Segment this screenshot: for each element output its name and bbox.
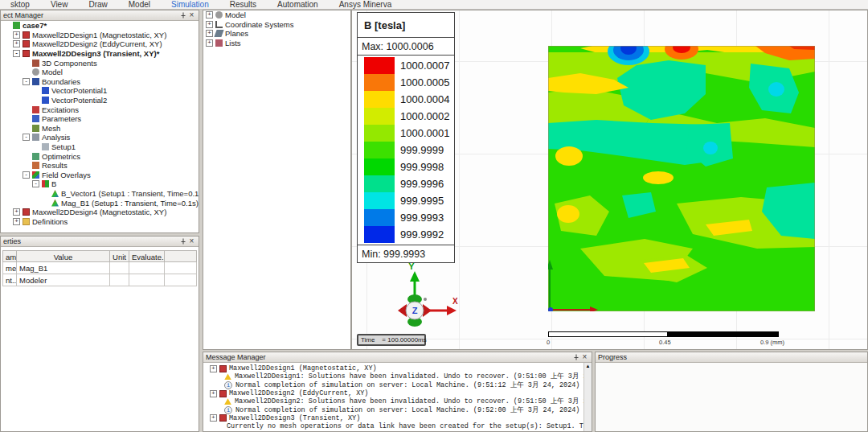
properties-titlebar: erties × xyxy=(1,237,199,247)
model-item-planes[interactable]: +Planes xyxy=(203,29,350,39)
close-icon[interactable]: × xyxy=(580,353,589,362)
pin-icon[interactable] xyxy=(178,237,187,246)
tree-item-maxwell2ddesign4-magnetostatic-xy[interactable]: +Maxwell2DDesign4 (Magnetostatic, XY) xyxy=(1,208,199,217)
property-row[interactable]: meMag_B1 xyxy=(2,262,197,274)
tree-item-excitations[interactable]: Excitations xyxy=(1,105,199,114)
field-legend[interactable]: B [tesla] Max: 1000.0006 1000.00071000.0… xyxy=(357,12,455,263)
menu-item-sktop[interactable]: sktop xyxy=(0,0,40,9)
tree-item-label: Mesh xyxy=(42,124,60,133)
tree-item-field-overlays[interactable]: -Field Overlays xyxy=(1,171,199,180)
tree-item-vectorpotential1[interactable]: VectorPotential1 xyxy=(1,86,199,96)
model-item-lists[interactable]: +Lists xyxy=(203,39,350,48)
message-info[interactable]: iNormal completion of simulation on serv… xyxy=(203,405,592,413)
tree-item-mesh[interactable]: Mesh xyxy=(1,124,199,134)
tree-item-parameters[interactable]: Parameters xyxy=(1,114,199,124)
modeler-canvas[interactable]: B [tesla] Max: 1000.0006 1000.00071000.0… xyxy=(351,10,868,350)
collapse-icon[interactable]: - xyxy=(32,180,39,187)
tree-item-optimetrics[interactable]: Optimetrics xyxy=(1,151,199,161)
menu-item-ansys-minerva[interactable]: Ansys Minerva xyxy=(329,0,403,9)
menu-item-view[interactable]: View xyxy=(40,0,79,9)
menu-item-model[interactable]: Model xyxy=(118,0,161,9)
message-warning[interactable]: initial mesh will be used. The initial m… xyxy=(203,430,592,431)
collapse-icon[interactable]: - xyxy=(13,50,20,57)
time-annotation[interactable]: Time = 100.00000ms xyxy=(357,334,426,346)
collapse-icon[interactable]: - xyxy=(23,171,30,179)
expand-icon[interactable]: + xyxy=(210,365,217,372)
tree-item-definitions[interactable]: +Definitions xyxy=(1,216,199,226)
tree-item-label: Parameters xyxy=(42,114,81,123)
menu-bar: sktopViewDrawModelSimulationResultsAutom… xyxy=(0,0,868,10)
model-icon xyxy=(215,11,223,19)
scroll-up-icon[interactable]: ▲ xyxy=(584,363,592,370)
model-item-coordinate-systems[interactable]: +Coordinate Systems xyxy=(203,20,350,30)
legend-entry: 999.9992 xyxy=(364,226,454,243)
tree-item-b-vector1-setup1-transient-time-0-1s[interactable]: B_Vector1 (Setup1 : Transient, Time=0.1s… xyxy=(1,189,199,199)
tree-item-results[interactable]: Results xyxy=(1,161,199,171)
model-item-label: Model xyxy=(225,10,246,19)
pin-icon[interactable] xyxy=(571,353,580,362)
tree-item-label: B xyxy=(51,179,56,188)
tree-item-case7[interactable]: case7* xyxy=(1,21,199,31)
message-design[interactable]: +Maxwell2DDesign3 (Transient, XY) xyxy=(203,414,592,422)
expand-icon[interactable]: + xyxy=(13,40,20,47)
expand-icon[interactable]: + xyxy=(210,414,217,422)
tree-item-maxwell2ddesign2-eddycurrent-xy[interactable]: +Maxwell2DDesign2 (EddyCurrent, XY) xyxy=(1,39,199,49)
design-icon xyxy=(23,50,30,57)
expand-icon[interactable]: + xyxy=(13,218,20,225)
expand-icon[interactable]: + xyxy=(206,11,213,19)
tree-item-maxwell2ddesign1-magnetostatic-xy[interactable]: +Maxwell2DDesign1 (Magnetostatic, XY) xyxy=(1,31,199,40)
tree-item-vectorpotential2[interactable]: VectorPotential2 xyxy=(1,96,199,105)
expand-icon[interactable]: + xyxy=(13,31,20,39)
tree-item-boundaries[interactable]: -Boundaries xyxy=(1,77,199,87)
property-value[interactable]: Modeler xyxy=(17,274,110,286)
menu-item-automation[interactable]: Automation xyxy=(267,0,329,9)
expand-icon[interactable]: + xyxy=(206,21,213,28)
model-item-label: Lists xyxy=(225,39,241,47)
message-scrollbar[interactable]: ▲ xyxy=(583,363,592,431)
tree-item-analysis[interactable]: -Analysis xyxy=(1,133,199,142)
tree-item-b[interactable]: -B xyxy=(1,179,199,189)
menu-item-results[interactable]: Results xyxy=(219,0,267,9)
model-icon xyxy=(32,68,39,76)
tree-item-maxwell2ddesign3-transient-xy[interactable]: -Maxwell2DDesign3 (Transient, XY)* xyxy=(1,49,199,59)
analysis-icon xyxy=(32,134,39,141)
project-tree: case7*+Maxwell2DDesign1 (Magnetostatic, … xyxy=(1,21,199,232)
close-icon[interactable]: × xyxy=(187,11,196,20)
property-filler xyxy=(165,262,197,274)
tree-item-model[interactable]: Model xyxy=(1,68,199,77)
model-item-model[interactable]: +Model xyxy=(203,10,350,20)
column-header-ame: ame xyxy=(2,250,17,262)
message-text: Normal completion of simulation on serve… xyxy=(235,381,579,390)
message-plain[interactable]: Currently no mesh operations or data lin… xyxy=(203,422,592,430)
close-icon[interactable]: × xyxy=(187,237,196,246)
tree-item-mag-b1-setup1-transient-time-0-1s[interactable]: Mag_B1 (Setup1 : Transient, Time=0.1s) xyxy=(1,198,199,208)
field-plot[interactable] xyxy=(548,46,815,311)
collapse-icon[interactable]: - xyxy=(23,134,30,141)
properties-panel: erties × ameValueUnitEvaluate...meMag_B1… xyxy=(0,236,199,432)
tree-item-label: Maxwell2DDesign3 (Transient, XY)* xyxy=(32,49,159,58)
collapse-icon[interactable]: - xyxy=(23,78,30,85)
property-name: nt... xyxy=(2,274,17,286)
pin-icon[interactable] xyxy=(178,11,187,20)
tree-item-setup1[interactable]: Setup1 xyxy=(1,142,199,152)
model-item-label: Planes xyxy=(225,29,248,38)
tree-item-3d-components[interactable]: 3D Components xyxy=(1,58,199,68)
property-value xyxy=(129,274,165,286)
menu-item-draw[interactable]: Draw xyxy=(78,0,117,9)
progress-panel: Progress xyxy=(595,352,868,432)
field-overlays-icon xyxy=(32,171,39,179)
expand-icon[interactable]: + xyxy=(13,208,20,216)
legend-value: 999.9996 xyxy=(400,178,444,190)
property-row[interactable]: nt...Modeler xyxy=(2,274,197,286)
message-manager-title: Message Manager xyxy=(206,353,571,361)
legend-swatch xyxy=(364,226,395,243)
message-info[interactable]: iNormal completion of simulation on serv… xyxy=(203,381,592,389)
project-manager-titlebar: ect Manager × xyxy=(1,10,199,21)
menu-item-simulation[interactable]: Simulation xyxy=(161,0,219,9)
legend-swatch xyxy=(364,125,395,142)
excitations-icon xyxy=(32,106,39,113)
expand-icon[interactable]: + xyxy=(206,30,213,37)
expand-icon[interactable]: + xyxy=(210,390,217,397)
property-value[interactable]: Mag_B1 xyxy=(17,262,110,274)
expand-icon[interactable]: + xyxy=(206,39,213,47)
